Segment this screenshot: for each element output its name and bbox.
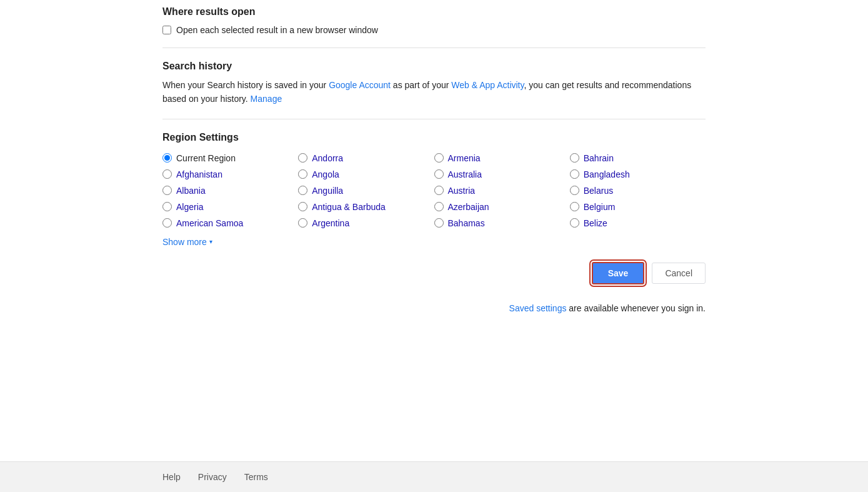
region-radio-belize[interactable]	[570, 218, 579, 228]
radio-item: Bahamas	[434, 217, 570, 229]
radio-item: Belgium	[570, 201, 706, 213]
region-label-american_samoa: American Samoa	[176, 218, 243, 228]
radio-item: Current Region	[162, 152, 298, 164]
region-radio-angola[interactable]	[298, 169, 307, 179]
region-radio-antigua_barbuda[interactable]	[298, 202, 307, 211]
web-app-activity-link[interactable]: Web & App Activity	[451, 80, 524, 90]
region-radio-armenia[interactable]	[434, 153, 444, 163]
region-radio-austria[interactable]	[434, 186, 444, 195]
footer-terms-link[interactable]: Terms	[244, 472, 268, 482]
region-label-angola: Angola	[312, 169, 339, 179]
region-radio-andorra[interactable]	[298, 153, 307, 163]
region-label-bahamas: Bahamas	[448, 218, 485, 228]
manage-link[interactable]: Manage	[251, 94, 282, 104]
region-radio-albania[interactable]	[162, 186, 172, 195]
google-account-link[interactable]: Google Account	[329, 80, 391, 90]
new-window-checkbox[interactable]	[162, 26, 171, 34]
show-more-button[interactable]: Show more ▾	[162, 237, 212, 247]
cancel-button[interactable]: Cancel	[652, 263, 706, 284]
region-settings-section: Region Settings Current RegionAndorraArm…	[0, 119, 868, 297]
region-radio-afghanistan[interactable]	[162, 169, 172, 179]
saved-settings-row: Saved settings are available whenever yo…	[0, 303, 868, 313]
show-more-container: Show more ▾	[162, 229, 706, 247]
radio-item: Armenia	[434, 152, 570, 164]
region-label-armenia: Armenia	[448, 153, 481, 163]
search-history-section: Search history When your Search history …	[0, 48, 868, 119]
region-radio-azerbaijan[interactable]	[434, 202, 444, 211]
radio-item: Azerbaijan	[434, 201, 570, 213]
region-label-bangladesh: Bangladesh	[584, 169, 630, 179]
region-label-austria: Austria	[448, 186, 476, 196]
footer: Help Privacy Terms	[0, 461, 868, 492]
saved-settings-link[interactable]: Saved settings	[509, 303, 567, 313]
radio-item: Albania	[162, 184, 298, 197]
region-radio-belgium[interactable]	[570, 202, 579, 211]
region-radio-bahrain[interactable]	[570, 153, 579, 163]
region-label-andorra: Andorra	[312, 153, 343, 163]
new-window-checkbox-row: Open each selected result in a new brows…	[162, 25, 706, 35]
radio-item: Algeria	[162, 201, 298, 213]
radio-item: Angola	[298, 168, 434, 181]
region-label-azerbaijan: Azerbaijan	[448, 202, 489, 212]
region-label-anguilla: Anguilla	[312, 186, 343, 196]
region-label-belarus: Belarus	[584, 186, 613, 196]
radio-item: Anguilla	[298, 184, 434, 197]
region-grid: Current RegionAndorraArmeniaBahrainAfgha…	[162, 152, 706, 229]
region-label-albania: Albania	[176, 186, 206, 196]
radio-item: Antigua & Barbuda	[298, 201, 434, 213]
region-label-algeria: Algeria	[176, 202, 204, 212]
region-radio-argentina[interactable]	[298, 218, 307, 228]
where-results-title: Where results open	[162, 6, 706, 18]
region-radio-anguilla[interactable]	[298, 186, 307, 195]
saved-settings-suffix: are available whenever you sign in.	[566, 303, 706, 313]
actions-row: Save Cancel	[162, 262, 706, 284]
search-history-title: Search history	[162, 61, 706, 72]
new-window-label: Open each selected result in a new brows…	[176, 25, 378, 35]
region-label-australia: Australia	[448, 169, 482, 179]
radio-item: Australia	[434, 168, 570, 181]
radio-item: Andorra	[298, 152, 434, 164]
radio-item: Belize	[570, 217, 706, 229]
region-radio-algeria[interactable]	[162, 202, 172, 211]
region-label-afghanistan: Afghanistan	[176, 169, 222, 179]
region-settings-title: Region Settings	[162, 132, 706, 143]
radio-item: Argentina	[298, 217, 434, 229]
region-radio-bangladesh[interactable]	[570, 169, 579, 179]
radio-item: American Samoa	[162, 217, 298, 229]
save-button[interactable]: Save	[592, 262, 645, 284]
region-label-argentina: Argentina	[312, 218, 349, 228]
radio-item: Austria	[434, 184, 570, 197]
search-history-text-2: as part of your	[391, 80, 451, 90]
region-radio-bahamas[interactable]	[434, 218, 444, 228]
where-results-section: Where results open Open each selected re…	[0, 0, 868, 48]
footer-help-link[interactable]: Help	[162, 472, 181, 482]
region-radio-australia[interactable]	[434, 169, 444, 179]
show-more-label: Show more	[162, 237, 207, 247]
radio-item: Bangladesh	[570, 168, 706, 181]
region-label-antigua_barbuda: Antigua & Barbuda	[312, 202, 386, 212]
radio-item: Afghanistan	[162, 168, 298, 181]
region-label-bahrain: Bahrain	[584, 153, 614, 163]
show-more-arrow-icon: ▾	[209, 238, 212, 245]
search-history-description: When your Search history is saved in you…	[162, 78, 706, 106]
region-radio-american_samoa[interactable]	[162, 218, 172, 228]
region-radio-current[interactable]	[162, 153, 172, 163]
search-history-text-1: When your Search history is saved in you…	[162, 80, 329, 90]
radio-item: Belarus	[570, 184, 706, 197]
region-label-belgium: Belgium	[584, 202, 616, 212]
footer-privacy-link[interactable]: Privacy	[198, 472, 227, 482]
region-label-current: Current Region	[176, 153, 236, 163]
region-radio-belarus[interactable]	[570, 186, 579, 195]
radio-item: Bahrain	[570, 152, 706, 164]
region-label-belize: Belize	[584, 218, 607, 228]
